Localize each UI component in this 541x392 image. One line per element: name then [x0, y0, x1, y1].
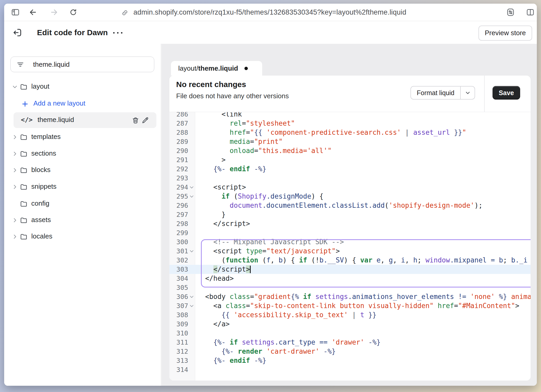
split-view-icon[interactable]: [525, 7, 535, 17]
preview-store-button[interactable]: Preview store: [478, 26, 532, 41]
fold-chevron-icon[interactable]: [188, 292, 195, 301]
folder-icon: [20, 83, 28, 92]
line-number: 306: [169, 292, 188, 301]
reload-icon[interactable]: [68, 7, 78, 17]
browser-window: admin.shopify.com/store/rzq1xu-f5/themes…: [4, 4, 537, 386]
trash-icon[interactable]: [132, 117, 139, 124]
code-line[interactable]: <link: [197, 112, 242, 119]
code-line[interactable]: <body class="gradient{% if settings.anim…: [197, 292, 531, 301]
line-number: 303: [169, 265, 188, 274]
line-number: 289: [169, 137, 188, 146]
folder-icon: [20, 166, 28, 175]
dots-icon[interactable]: [110, 28, 125, 38]
browser-toolbar: admin.shopify.com/store/rzq1xu-f5/themes…: [4, 4, 537, 21]
file-sidebar: layoutAdd a new layout</>theme.liquidtem…: [4, 44, 161, 386]
folder-icon: [20, 216, 28, 225]
chevron-down-icon[interactable]: [12, 84, 18, 91]
sidebar-toggle-icon[interactable]: [10, 7, 20, 17]
toolbar-divider: [484, 76, 485, 112]
code-line[interactable]: {%- endif -%}: [197, 356, 266, 365]
chevron-right-icon[interactable]: [12, 134, 18, 141]
sidebar-folder-config[interactable]: config: [10, 196, 156, 212]
code-line[interactable]: <script>: [197, 183, 246, 192]
exit-icon[interactable]: [12, 27, 23, 38]
folder-label: snippets: [31, 182, 57, 191]
line-number: 295: [169, 192, 188, 201]
code-line[interactable]: {%- if settings.cart_type == 'drawer' -%…: [197, 338, 380, 347]
fold-chevron-icon[interactable]: [188, 247, 195, 256]
line-number: 291: [169, 155, 188, 164]
editor-card: No recent changes File does not have any…: [169, 76, 531, 381]
code-line[interactable]: <a class="skip-to-content-link button vi…: [197, 301, 519, 310]
changes-subheading: File does not have any other versions: [176, 92, 289, 100]
sidebar-folder-snippets[interactable]: snippets: [10, 179, 156, 195]
code-line[interactable]: <script type="text/javascript">: [197, 247, 340, 256]
filter-icon: [16, 60, 24, 68]
chevron-right-icon[interactable]: [12, 234, 18, 241]
folder-label: layout: [31, 82, 49, 90]
line-number: 302: [169, 256, 188, 265]
sidebar-file-theme.liquid[interactable]: </>theme.liquid: [10, 112, 156, 128]
line-number: 287: [169, 119, 188, 128]
code-line[interactable]: </script>: [197, 265, 250, 274]
code-line[interactable]: {{ 'accessibility.skip_to_text' | t }}: [197, 310, 377, 320]
fold-chevron-icon[interactable]: [188, 183, 195, 192]
sidebar-folder-sections[interactable]: sections: [10, 146, 156, 162]
code-line[interactable]: }: [197, 210, 226, 219]
add-new-layout-link[interactable]: Add a new layout: [10, 96, 156, 112]
tab-settings-icon[interactable]: [506, 7, 515, 17]
file-label: theme.liquid: [38, 116, 74, 124]
sidebar-folder-blocks[interactable]: blocks: [10, 162, 156, 178]
line-number: 311: [169, 338, 188, 347]
line-number: 296: [169, 201, 188, 210]
code-line[interactable]: </a>: [197, 320, 230, 329]
code-line[interactable]: href="{{ 'component-predictive-search.cs…: [197, 128, 466, 137]
plus-icon: [21, 100, 29, 109]
code-line[interactable]: >: [197, 155, 226, 164]
format-liquid-label: Format liquid: [411, 89, 460, 97]
code-line[interactable]: </script>: [197, 219, 250, 228]
changes-heading: No recent changes: [176, 80, 246, 89]
folder-label: templates: [31, 133, 61, 141]
search-input[interactable]: [33, 57, 148, 71]
code-line[interactable]: {%- endif -%}: [197, 164, 266, 174]
code-line[interactable]: {%- render 'cart-drawer' -%}: [197, 347, 336, 356]
forward-icon[interactable]: [49, 7, 59, 17]
sidebar-folder-layout[interactable]: layout: [10, 79, 156, 95]
tab-theme-liquid[interactable]: layout/theme.liquid: [171, 61, 262, 76]
code-line[interactable]: media="print": [197, 137, 283, 146]
line-number: 300: [169, 237, 188, 247]
chevron-down-icon[interactable]: [460, 87, 475, 99]
code-line[interactable]: </head>: [197, 274, 234, 283]
code-line[interactable]: document.documentElement.classList.add('…: [197, 201, 483, 210]
sidebar-folder-assets[interactable]: assets: [10, 212, 156, 228]
code-line[interactable]: (function (f, b) { if (!b.__SV) { var e,…: [197, 256, 527, 265]
chevron-right-icon[interactable]: [12, 184, 18, 191]
text-cursor: [250, 266, 251, 273]
pencil-icon[interactable]: [141, 117, 149, 124]
save-button[interactable]: Save: [493, 86, 520, 100]
fold-chevron-icon[interactable]: [188, 192, 195, 201]
folder-label: blocks: [31, 166, 51, 174]
url-field[interactable]: admin.shopify.com/store/rzq1xu-f5/themes…: [133, 4, 406, 21]
sidebar-folder-locales[interactable]: locales: [10, 229, 156, 244]
format-liquid-button[interactable]: Format liquid: [410, 86, 475, 100]
line-number: 301: [169, 247, 188, 256]
chevron-right-icon[interactable]: [12, 217, 18, 224]
code-line[interactable]: <!-- Mixpanel Javascript SDK -->: [197, 237, 344, 247]
code-line[interactable]: rel="stylesheet": [197, 119, 295, 128]
code-line[interactable]: if (Shopify.designMode) {: [197, 192, 323, 201]
line-number: 297: [169, 210, 188, 219]
sidebar-folder-templates[interactable]: templates: [10, 129, 156, 145]
line-number: 304: [169, 274, 188, 283]
folder-icon: [20, 200, 28, 209]
fold-chevron-icon[interactable]: [188, 301, 195, 310]
code-area[interactable]: 286 <link287 rel="stylesheet"288 href="{…: [169, 112, 531, 381]
file-search[interactable]: [10, 57, 154, 72]
line-number: 286: [169, 112, 188, 119]
back-icon[interactable]: [28, 7, 38, 17]
line-number: 299: [169, 228, 188, 237]
code-line[interactable]: onload="this.media='all'": [197, 146, 332, 155]
chevron-right-icon[interactable]: [12, 167, 18, 174]
chevron-right-icon[interactable]: [12, 151, 18, 158]
